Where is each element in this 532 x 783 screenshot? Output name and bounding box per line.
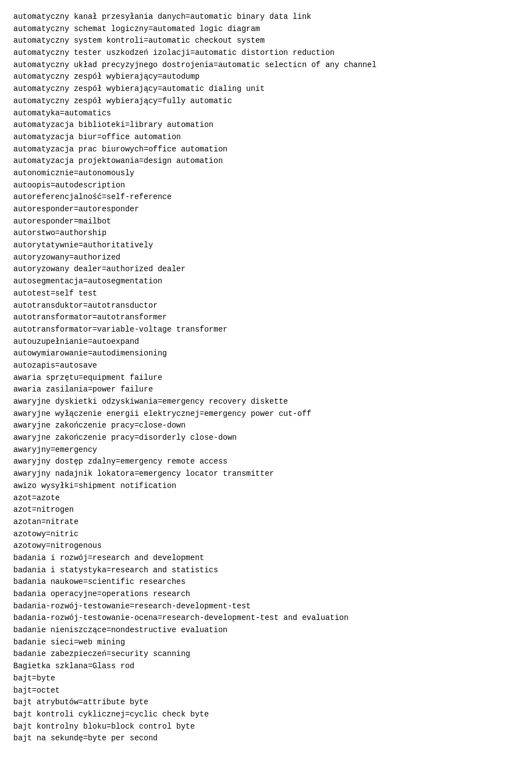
dictionary-content: automatyczny kanał przesyłania danych=au… <box>13 11 519 745</box>
